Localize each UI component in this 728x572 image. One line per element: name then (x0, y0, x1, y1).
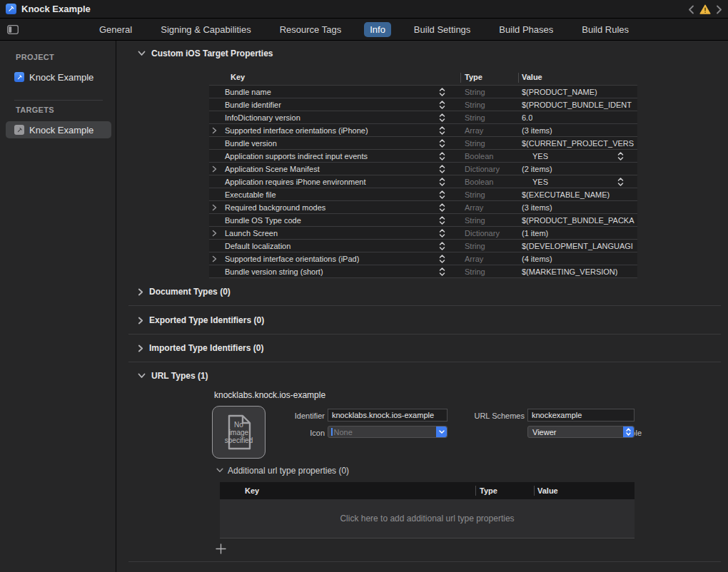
key-stepper-icon[interactable] (439, 203, 445, 212)
key-stepper-icon[interactable] (439, 164, 445, 173)
property-row[interactable]: Default localization String $(DEVELOPMEN… (209, 240, 637, 252)
tab[interactable]: Info (364, 22, 391, 37)
role-popup-button[interactable]: Viewer (527, 426, 635, 438)
property-value[interactable]: $(MARKETING_VERSION) (522, 267, 617, 276)
column-separator (460, 73, 461, 83)
property-value[interactable]: $(DEVELOPMENT_LANGUAGI (522, 242, 633, 250)
forward-icon[interactable] (716, 5, 722, 14)
chevron-down-icon (216, 468, 223, 473)
property-row[interactable]: Application Scene Manifest Dictionary (2… (209, 163, 637, 175)
project-icon (14, 72, 24, 82)
property-row[interactable]: Bundle version string (short) String $(M… (209, 265, 637, 278)
property-value[interactable]: $(EXECUTABLE_NAME) (522, 190, 610, 199)
section-imported-type-identifiers[interactable]: Imported Type Identifiers (0) (138, 342, 263, 354)
property-type: String (465, 216, 485, 225)
property-value[interactable]: (2 items) (522, 165, 552, 173)
value-stepper-icon[interactable] (617, 177, 624, 186)
key-stepper-icon[interactable] (439, 113, 445, 122)
column-header-value: Value (537, 486, 558, 495)
tab[interactable]: Build Settings (408, 22, 477, 37)
window-titlebar: Knock Example (0, 0, 728, 19)
property-value[interactable]: $(PRODUCT_BUNDLE_PACKA (522, 216, 635, 225)
property-value[interactable]: YES (532, 178, 548, 186)
property-value[interactable]: $(PRODUCT_NAME) (522, 88, 597, 96)
disclosure-chevron-icon[interactable] (212, 127, 217, 134)
key-stepper-icon[interactable] (439, 151, 445, 160)
icon-combobox[interactable]: None (328, 426, 448, 438)
plus-icon (216, 543, 226, 554)
property-value[interactable]: YES (532, 152, 548, 160)
key-stepper-icon[interactable] (439, 100, 445, 109)
disclosure-chevron-icon[interactable] (212, 230, 217, 237)
property-row[interactable]: Bundle OS Type code String $(PRODUCT_BUN… (209, 214, 637, 227)
property-value[interactable]: (3 items) (522, 203, 552, 212)
column-separator (534, 486, 535, 496)
section-exported-type-identifiers[interactable]: Exported Type Identifiers (0) (138, 315, 264, 326)
tab[interactable]: General (93, 22, 138, 37)
property-key: Executable file (225, 190, 276, 199)
section-additional-url-type-properties[interactable]: Additional url type properties (0) (216, 465, 349, 476)
property-row[interactable]: Bundle name String $(PRODUCT_NAME) (209, 86, 637, 98)
section-url-types[interactable]: URL Types (1) (138, 370, 208, 382)
key-stepper-icon[interactable] (439, 228, 445, 238)
key-stepper-icon[interactable] (439, 177, 445, 186)
property-row[interactable]: Supported interface orientations (iPad) … (209, 252, 637, 265)
property-value[interactable]: 6.0 (522, 113, 532, 122)
property-key: Bundle version (225, 139, 277, 148)
property-key: Application requires iPhone environment (225, 178, 366, 186)
back-icon[interactable] (688, 5, 694, 14)
sidebar-item-project[interactable]: Knock Example (6, 68, 111, 86)
property-row[interactable]: Executable file String $(EXECUTABLE_NAME… (209, 188, 637, 201)
url-schemes-value: knockexample (532, 411, 582, 419)
tab[interactable]: Resource Tags (274, 22, 347, 37)
sidebar-item-target[interactable]: Knock Example (6, 121, 111, 138)
property-row[interactable]: Supported interface orientations (iPhone… (209, 124, 637, 137)
property-row[interactable]: Bundle version String $(CURRENT_PROJECT_… (209, 137, 637, 150)
key-stepper-icon[interactable] (439, 215, 445, 225)
column-header-type: Type (480, 486, 497, 495)
column-header-key: Key (245, 486, 259, 495)
identifier-field[interactable]: knocklabs.knock.ios-example (328, 409, 448, 422)
property-row[interactable]: Application requires iPhone environment … (209, 175, 637, 188)
section-custom-ios-target-properties[interactable]: Custom iOS Target Properties (138, 48, 273, 59)
property-value[interactable]: $(CURRENT_PROJECT_VERS (522, 139, 634, 148)
property-value[interactable]: (4 items) (522, 255, 552, 263)
chevron-right-icon (138, 317, 143, 325)
disclosure-chevron-icon[interactable] (212, 204, 217, 211)
property-value[interactable]: (1 item) (522, 229, 548, 238)
value-stepper-icon[interactable] (617, 151, 624, 160)
property-row[interactable]: Required background modes Array (3 items… (209, 201, 637, 214)
key-stepper-icon[interactable] (439, 254, 445, 263)
disclosure-chevron-icon[interactable] (212, 165, 217, 173)
section-document-types[interactable]: Document Types (0) (138, 286, 231, 297)
property-row[interactable]: Application supports indirect input even… (209, 150, 637, 163)
add-properties-hint[interactable]: Click here to add additional url type pr… (220, 514, 635, 524)
key-stepper-icon[interactable] (439, 138, 445, 148)
property-value[interactable]: (3 items) (522, 126, 552, 135)
property-type: Dictionary (465, 165, 500, 173)
property-row[interactable]: InfoDictionary version String 6.0 (209, 111, 637, 124)
warning-icon[interactable] (699, 4, 711, 14)
section-divider (128, 362, 721, 362)
key-stepper-icon[interactable] (439, 87, 445, 96)
key-stepper-icon[interactable] (439, 267, 445, 276)
key-stepper-icon[interactable] (439, 241, 445, 250)
role-popup-value: Viewer (532, 428, 556, 436)
key-stepper-icon[interactable] (439, 126, 445, 135)
tab[interactable]: Signing & Capabilities (155, 22, 256, 37)
property-value[interactable]: $(PRODUCT_BUNDLE_IDENT (522, 101, 632, 109)
disclosure-chevron-icon[interactable] (212, 255, 217, 262)
add-url-type-button[interactable] (213, 542, 228, 555)
property-row[interactable]: Launch Screen Dictionary (1 item) (209, 227, 637, 240)
icon-label: Icon (257, 429, 325, 437)
property-key: Bundle OS Type code (225, 216, 301, 225)
combobox-chevron-icon[interactable] (436, 427, 447, 437)
property-row[interactable]: Bundle identifier String $(PRODUCT_BUNDL… (209, 98, 637, 111)
additional-properties-table: Key Type Value Click here to add additio… (220, 482, 635, 538)
property-key: Application Scene Manifest (225, 165, 320, 173)
key-stepper-icon[interactable] (439, 190, 445, 199)
url-schemes-field[interactable]: knockexample (527, 409, 635, 422)
tab[interactable]: Build Phases (493, 22, 559, 37)
empty-table-body[interactable]: Click here to add additional url type pr… (220, 499, 635, 538)
tab[interactable]: Build Rules (576, 22, 635, 37)
